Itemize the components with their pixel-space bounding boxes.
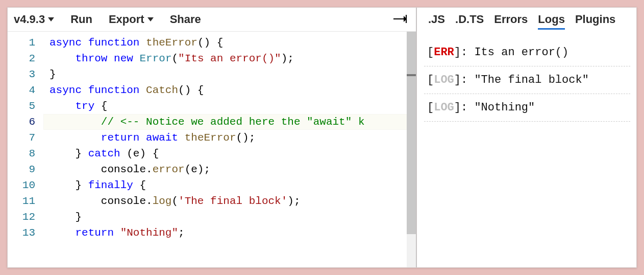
code-token: Catch (146, 84, 178, 96)
code-token: ) { (139, 148, 159, 159)
code-token: catch (88, 148, 120, 159)
code-token: log (153, 195, 172, 207)
line-number: 7 (8, 130, 43, 146)
code-token (49, 116, 101, 128)
code-token: error (153, 164, 185, 175)
run-button[interactable]: Run (70, 13, 92, 26)
line-number: 4 (8, 82, 43, 98)
line-number: 1 (8, 35, 43, 51)
scrollbar-thumb[interactable] (407, 32, 416, 234)
code-token: Error (139, 53, 171, 64)
log-row: [LOG]: "Nothing" (424, 94, 630, 122)
line-number: 8 (8, 146, 43, 162)
tab-dts[interactable]: .D.TS (455, 13, 484, 30)
code-token: return (101, 132, 146, 144)
code-token: throw (75, 53, 114, 64)
code-token: ( (171, 195, 178, 207)
code-token: await (146, 132, 185, 144)
code-token: "Its an error()" (178, 53, 281, 64)
run-arrow-icon[interactable] (393, 14, 407, 26)
code-token: console. (49, 164, 153, 175)
logs-list: [ERR]: Its an error()[LOG]: "The final b… (417, 34, 636, 122)
log-tag-err: ERR (434, 46, 454, 59)
export-label: Export (109, 13, 144, 26)
code-token: function (88, 37, 146, 49)
code-token: () { (197, 37, 223, 49)
code-line[interactable]: } finally { (43, 177, 416, 193)
line-number: 12 (8, 209, 43, 225)
tab-errors[interactable]: Errors (494, 13, 528, 30)
code-token: async (49, 84, 88, 96)
code-line[interactable]: try { (43, 98, 416, 114)
output-tabs: .JS .D.TS Errors Logs Plugins (417, 8, 636, 34)
line-number: 11 (8, 193, 43, 209)
log-message: Its an error() (474, 46, 568, 59)
code-token: "Nothing" (120, 227, 178, 239)
code-line[interactable]: async function Catch() { (43, 82, 416, 98)
tab-plugins[interactable]: Plugins (575, 13, 615, 30)
code-token: ( (171, 53, 178, 64)
code-token: new (114, 53, 139, 64)
code-token: { (133, 179, 146, 191)
code-token: ( (120, 148, 133, 159)
code-token: console. (49, 195, 153, 207)
caret-down-icon (48, 17, 54, 21)
code-area[interactable]: async function theError() { throw new Er… (43, 32, 416, 267)
code-token: theError (146, 37, 197, 49)
line-number: 13 (8, 225, 43, 241)
line-number: 2 (8, 51, 43, 66)
version-selector[interactable]: v4.9.3 (14, 13, 54, 26)
line-number: 10 (8, 177, 43, 193)
log-message: "The final block" (474, 74, 588, 86)
code-token: 'The final block' (178, 195, 287, 207)
code-line[interactable]: // <-- Notice we added here the "await" … (43, 114, 416, 130)
code-token: ; (178, 227, 185, 239)
toolbar: v4.9.3 Run Export Share (8, 8, 416, 32)
code-line[interactable]: async function theError() { (43, 35, 416, 51)
code-token: ); (287, 195, 300, 207)
editor-pane: v4.9.3 Run Export Share 1234567891011121… (8, 8, 417, 267)
code-token: try (75, 100, 94, 112)
share-button[interactable]: Share (170, 13, 201, 26)
export-button[interactable]: Export (109, 13, 154, 26)
code-token: ); (281, 53, 294, 64)
code-line[interactable]: } catch (e) { (43, 146, 416, 162)
code-token: theError (185, 132, 236, 144)
code-line[interactable]: return await theError(); (43, 130, 416, 146)
log-row: [LOG]: "The final block" (424, 66, 630, 94)
code-token (49, 53, 75, 64)
version-label: v4.9.3 (14, 13, 45, 26)
line-gutter: 12345678910111213 (8, 32, 43, 267)
code-token: function (88, 84, 146, 96)
code-token: async (49, 37, 88, 49)
line-number: 5 (8, 98, 43, 114)
code-token: finally (88, 179, 133, 191)
code-token: return (75, 227, 120, 239)
code-token: (); (236, 132, 256, 144)
code-token: e (133, 148, 140, 159)
code-line[interactable]: } (43, 209, 416, 225)
code-line[interactable]: return "Nothing"; (43, 225, 416, 241)
code-token (49, 100, 75, 112)
scrollbar-mark (407, 74, 416, 76)
log-row: [ERR]: Its an error() (424, 44, 630, 66)
playground-app: v4.9.3 Run Export Share 1234567891011121… (7, 7, 637, 268)
code-token (49, 227, 75, 239)
code-editor[interactable]: 12345678910111213 async function theErro… (8, 32, 416, 267)
code-line[interactable]: } (43, 66, 416, 82)
code-token: } (49, 148, 88, 159)
code-token: { (94, 100, 107, 112)
caret-down-icon (147, 17, 154, 21)
tab-logs[interactable]: Logs (538, 13, 565, 30)
code-line[interactable]: throw new Error("Its an error()"); (43, 51, 416, 66)
code-line[interactable]: console.log('The final block'); (43, 193, 416, 209)
code-token: } (49, 179, 88, 191)
code-token: // <-- Notice we added here the "await" … (101, 116, 365, 128)
code-token: } (49, 211, 82, 223)
code-token: } (49, 68, 56, 80)
vertical-scrollbar[interactable] (407, 32, 416, 267)
tab-js[interactable]: .JS (428, 13, 445, 30)
log-message: "Nothing" (474, 101, 535, 114)
code-line[interactable]: console.error(e); (43, 162, 416, 177)
line-number: 6 (8, 114, 43, 130)
